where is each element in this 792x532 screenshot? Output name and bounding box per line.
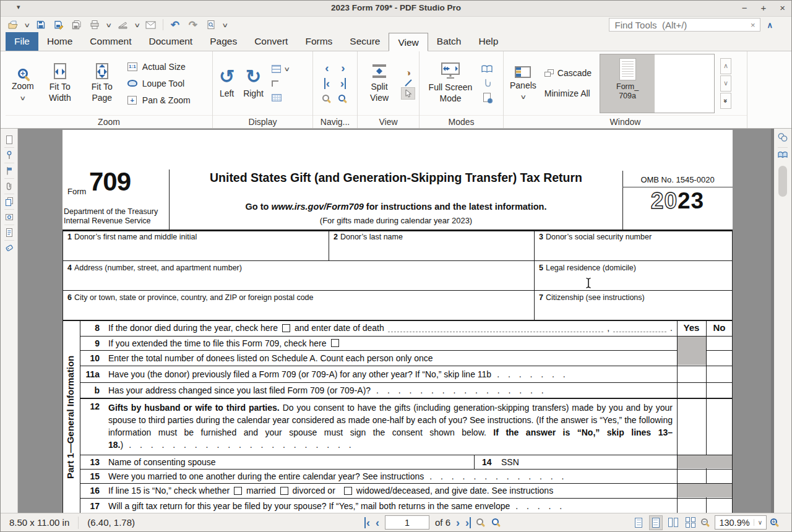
cascade-button[interactable]: Cascade <box>543 66 593 81</box>
date-of-death-year-field[interactable] <box>613 324 666 332</box>
email-icon[interactable] <box>145 19 157 31</box>
save-icon[interactable] <box>35 19 47 31</box>
open-dropdown-icon[interactable] <box>24 22 30 28</box>
document-viewport[interactable]: Form 709 Department of the TreasuryInter… <box>18 129 771 513</box>
page-layout-button[interactable] <box>270 64 291 74</box>
continuous-page-layout-icon[interactable] <box>649 515 663 530</box>
tags-panel-icon[interactable] <box>4 242 14 254</box>
content-panel-icon[interactable] <box>4 226 14 239</box>
form-line-9[interactable]: 9 If you extended the time to file this … <box>80 336 673 350</box>
read-mode-icon[interactable] <box>481 65 493 73</box>
married-checkbox[interactable] <box>234 487 242 495</box>
scroll-documents-up-icon[interactable] <box>720 58 731 74</box>
loupe-tool-button[interactable]: Loupe Tool <box>124 75 192 91</box>
document-thumbnail-form709a[interactable]: Form_ 709a <box>600 54 655 113</box>
touch-mode-icon[interactable] <box>483 79 491 87</box>
tab-pages[interactable]: Pages <box>201 32 246 51</box>
previous-page-icon[interactable] <box>376 517 379 528</box>
form-line-17[interactable]: 17 Will a gift tax return for this year … <box>80 498 673 513</box>
scanner-icon[interactable] <box>117 19 129 31</box>
single-page-layout-icon[interactable] <box>632 515 645 530</box>
field-label-5[interactable]: 5Legal residence (domicile) <box>539 264 636 272</box>
minimize-all-button[interactable]: Minimize All <box>543 86 593 101</box>
attachments-panel-icon[interactable] <box>4 180 14 192</box>
last-page-icon[interactable] <box>465 517 469 529</box>
save-all-icon[interactable] <box>71 19 83 31</box>
tab-convert[interactable]: Convert <box>246 32 296 51</box>
zoom-level-value[interactable]: 130.9% <box>715 518 754 528</box>
field-label-2[interactable]: 2Donor’s last name <box>334 233 403 241</box>
grid-button[interactable] <box>270 93 291 103</box>
rotate-right-button[interactable]: Right <box>241 66 266 101</box>
two-page-continuous-layout-icon[interactable] <box>684 515 697 530</box>
donor-died-checkbox[interactable] <box>282 324 290 332</box>
next-page-icon[interactable] <box>456 517 460 528</box>
zoom-button[interactable]: + Zoom <box>9 64 37 103</box>
form-line-10[interactable]: 10 Enter the total number of donees list… <box>80 350 673 366</box>
full-screen-button[interactable]: Full Screen Mode <box>423 61 478 105</box>
zoom-out-icon[interactable]: − <box>701 518 711 527</box>
save-as-icon[interactable] <box>53 19 65 31</box>
collapse-ribbon-icon[interactable] <box>767 20 773 30</box>
pdf-page[interactable]: Form 709 Department of the TreasuryInter… <box>62 130 733 513</box>
tab-view[interactable]: View <box>389 33 428 51</box>
maximize-window-icon[interactable]: + <box>760 2 766 13</box>
previous-page-icon[interactable] <box>325 62 329 74</box>
next-page-icon[interactable] <box>341 62 345 74</box>
preview-icon[interactable] <box>205 19 217 31</box>
form-line-16[interactable]: 16 If line 15 is “No,” check whether mar… <box>80 483 673 498</box>
page-number-input[interactable] <box>385 515 429 530</box>
form-line-8[interactable]: 8 If the donor died during the year, che… <box>80 320 673 336</box>
comments-panel-icon[interactable] <box>4 211 14 223</box>
signature-pane-icon[interactable] <box>777 150 788 161</box>
field-label-3[interactable]: 3Donor’s social security number <box>539 233 652 241</box>
first-page-icon[interactable] <box>366 517 370 529</box>
print-dropdown-icon[interactable] <box>105 22 112 28</box>
signatures-panel-icon[interactable] <box>4 149 14 161</box>
form-line-11a[interactable]: 11a Have you (the donor) previously file… <box>80 366 673 382</box>
thumbnails-panel-icon[interactable] <box>4 134 14 146</box>
field-label-4[interactable]: 4Address (number, street, and apartment … <box>67 264 242 272</box>
fit-to-width-button[interactable]: Fit To Width <box>40 62 80 105</box>
last-page-icon[interactable] <box>340 77 344 90</box>
first-page-icon[interactable] <box>326 77 330 90</box>
next-view-icon[interactable] <box>338 95 348 103</box>
expand-documents-icon[interactable] <box>720 93 731 109</box>
widowed-checkbox[interactable] <box>344 487 352 495</box>
form-line-13[interactable]: 13 Name of consenting spouse 14 SSN <box>80 455 673 469</box>
field-label-6[interactable]: 6City or town, state or province, countr… <box>67 293 314 302</box>
tab-help[interactable]: Help <box>470 32 507 51</box>
tab-document[interactable]: Document <box>140 32 202 51</box>
divorced-checkbox[interactable] <box>280 487 288 495</box>
redo-icon[interactable] <box>187 19 199 31</box>
line-weights-icon[interactable] <box>405 79 411 86</box>
find-tools-input[interactable] <box>609 20 745 30</box>
form-line-12[interactable]: 12 Gifts by husband or wife to third par… <box>80 398 673 455</box>
scanner-dropdown-icon[interactable] <box>134 22 140 28</box>
extension-checkbox[interactable] <box>331 339 339 347</box>
field-label-1[interactable]: 1Donor’s first name and middle initial <box>67 233 197 241</box>
tab-home[interactable]: Home <box>38 32 81 51</box>
minimize-window-icon[interactable]: − <box>742 2 747 13</box>
comments-pane-icon[interactable] <box>777 132 788 145</box>
form-line-15[interactable]: 15 Were you married to one another durin… <box>80 469 673 483</box>
tab-comment[interactable]: Comment <box>81 32 140 51</box>
tab-forms[interactable]: Forms <box>296 32 341 51</box>
panels-button[interactable]: Panels <box>507 65 539 102</box>
rotate-left-button[interactable]: Left <box>217 66 237 101</box>
preview-dropdown-icon[interactable] <box>222 22 228 28</box>
close-window-icon[interactable]: × <box>780 2 785 13</box>
scroll-documents-down-icon[interactable] <box>720 75 731 92</box>
zoom-in-icon[interactable]: + <box>770 518 780 527</box>
bookmarks-panel-icon[interactable] <box>4 165 14 177</box>
tab-secure[interactable]: Secure <box>341 32 389 51</box>
page-view-mode-icon[interactable] <box>483 93 491 102</box>
tab-file[interactable]: File <box>6 32 38 51</box>
field-label-7[interactable]: 7Citizenship (see instructions) <box>539 293 645 302</box>
layers-panel-icon[interactable] <box>4 195 14 208</box>
form-line-11b[interactable]: b Has your address changed since you las… <box>80 382 673 398</box>
zoom-dropdown-icon[interactable] <box>754 519 766 526</box>
clear-find-icon[interactable]: × <box>746 20 760 30</box>
select-tool-button[interactable] <box>401 87 415 100</box>
fit-to-page-button[interactable]: Fit To Page <box>84 62 121 105</box>
